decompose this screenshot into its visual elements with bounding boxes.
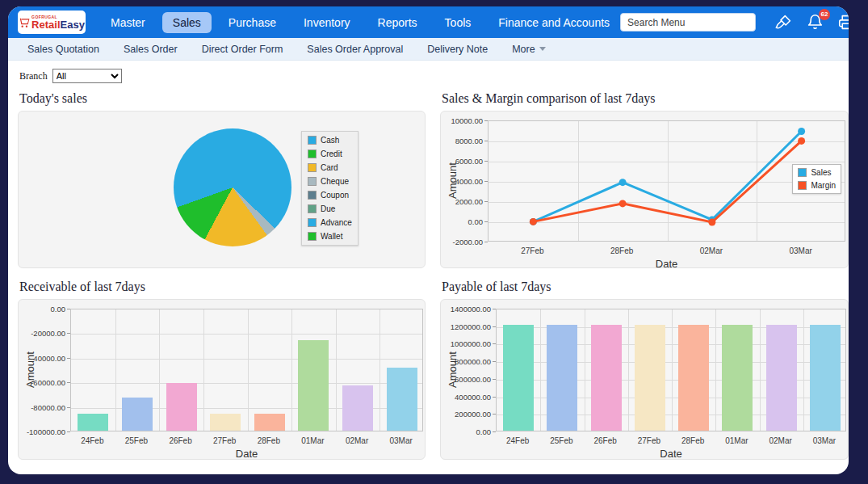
legend-swatch xyxy=(308,232,317,241)
gridline xyxy=(628,309,629,431)
pie-legend: CashCreditCardChequeCouponDueAdvanceWall… xyxy=(301,131,359,246)
y-axis-title: Amount xyxy=(447,346,459,394)
legend-swatch xyxy=(308,191,317,200)
y-tick-label: 0.00 xyxy=(444,427,491,436)
legend-item: Cash xyxy=(308,136,352,145)
legend-label: Card xyxy=(321,163,338,172)
gridline xyxy=(115,309,116,431)
bar-02Mar xyxy=(342,385,373,431)
theme-paintbrush-icon[interactable] xyxy=(774,13,793,32)
subnav-more-label: More xyxy=(512,44,535,55)
menu-item-finance-accounts[interactable]: Finance and Accounts xyxy=(488,12,620,33)
y-tick-mark xyxy=(493,326,496,327)
y-tick-mark xyxy=(67,407,70,408)
subnav-sales-quotation[interactable]: Sales Quotation xyxy=(27,44,99,55)
subnav-more[interactable]: More xyxy=(512,44,545,55)
notifications-bell-icon[interactable]: 62 xyxy=(805,13,824,32)
legend-swatch xyxy=(308,204,317,213)
plot-area xyxy=(70,309,423,431)
x-tick-label: 02Mar xyxy=(333,436,381,445)
gridline xyxy=(291,309,292,431)
y-tick-mark xyxy=(67,431,70,432)
bar-28Feb xyxy=(254,414,285,431)
menu-item-reports[interactable]: Reports xyxy=(367,12,428,33)
x-tick-label: 02Mar xyxy=(757,436,805,445)
branch-select[interactable]: All xyxy=(52,69,122,83)
menu-item-sales[interactable]: Sales xyxy=(162,12,212,33)
subnav-sales-order[interactable]: Sales Order xyxy=(124,44,178,55)
y-tick-mark xyxy=(493,379,496,380)
y-tick-mark xyxy=(493,343,496,344)
y-tick-mark xyxy=(67,358,70,359)
legend-label: Due xyxy=(321,204,335,213)
x-axis-title: Date xyxy=(643,258,691,270)
bar-27Feb xyxy=(210,414,241,431)
x-tick-label: 27Feb xyxy=(625,436,673,445)
legend-label: Credit xyxy=(321,149,342,158)
y-tick-mark xyxy=(67,333,70,334)
search-input[interactable] xyxy=(620,13,756,32)
logo-easy-text: Easy xyxy=(61,19,85,31)
x-tick-label: 26Feb xyxy=(581,436,630,445)
gridline xyxy=(760,309,761,431)
gridline xyxy=(71,334,422,335)
y-tick-label: 0.00 xyxy=(436,217,483,226)
bar-24Feb xyxy=(503,325,534,431)
y-tick-label: 10000.00 xyxy=(436,116,483,125)
legend-item: Cheque xyxy=(308,177,352,186)
legend-swatch xyxy=(798,181,807,190)
menu-item-master[interactable]: Master xyxy=(100,12,156,33)
main-menu: Master Sales Purchase Inventory Reports … xyxy=(100,12,620,33)
y-tick-mark xyxy=(484,161,488,162)
bar-01Mar xyxy=(722,325,753,431)
bar-25Feb xyxy=(547,325,577,431)
y-tick-mark xyxy=(493,361,496,362)
printer-icon[interactable] xyxy=(837,13,849,32)
y-tick-mark xyxy=(484,201,488,202)
y-tick-label: 2000.00 xyxy=(436,197,483,206)
x-tick-label: 24Feb xyxy=(68,436,116,445)
x-tick-label: 02Mar xyxy=(687,246,736,255)
legend-swatch xyxy=(308,177,317,186)
gridline xyxy=(336,309,337,431)
legend-swatch xyxy=(798,168,807,177)
pie-chart-title: Today's sales xyxy=(19,91,426,106)
y-tick-label: -80000.00 xyxy=(19,403,65,412)
bar-02Mar xyxy=(766,325,797,431)
y-tick-label: 8000.00 xyxy=(436,137,483,145)
y-tick-label: 4000.00 xyxy=(436,177,483,186)
retaileasy-logo[interactable]: GOFRUGAL RetailEasy xyxy=(18,11,86,34)
chevron-down-icon xyxy=(539,47,546,51)
gridline xyxy=(203,309,204,431)
y-tick-label: 1200000.00 xyxy=(444,322,491,331)
x-tick-label: 03Mar xyxy=(800,436,849,445)
bar-26Feb xyxy=(166,383,197,431)
payable-chart-title: Payable of last 7days xyxy=(442,280,849,294)
menu-item-inventory[interactable]: Inventory xyxy=(293,12,361,33)
x-tick-label: 03Mar xyxy=(377,436,426,445)
bar-03Mar xyxy=(810,325,841,431)
subnav-direct-order-form[interactable]: Direct Order Form xyxy=(202,44,283,55)
y-tick-mark xyxy=(67,309,70,309)
y-tick-mark xyxy=(493,431,496,432)
gridline xyxy=(379,309,380,431)
gridline xyxy=(71,359,422,360)
subnav-delivery-note[interactable]: Delivery Note xyxy=(427,44,488,55)
x-tick-label: 27Feb xyxy=(200,436,249,445)
legend-swatch xyxy=(308,163,317,172)
gridline xyxy=(159,309,160,431)
y-tick-mark xyxy=(484,221,488,222)
x-tick-label: 28Feb xyxy=(598,246,646,255)
menu-item-purchase[interactable]: Purchase xyxy=(218,12,287,33)
dashboard-content: Branch All Today's sales CashCreditCardC… xyxy=(8,61,849,460)
legend-label: Cheque xyxy=(321,177,349,186)
y-tick-mark xyxy=(484,181,488,182)
y-tick-label: -100000.00 xyxy=(19,427,65,436)
subnav-sales-order-approval[interactable]: Sales Order Approval xyxy=(307,44,403,55)
payable-bar-panel: 1400000.001200000.001000000.00800000.006… xyxy=(440,299,849,460)
y-tick-mark xyxy=(484,141,488,141)
x-tick-label: 27Feb xyxy=(508,246,556,255)
notification-badge: 62 xyxy=(819,9,830,20)
legend-swatch xyxy=(308,149,317,158)
menu-item-tools[interactable]: Tools xyxy=(434,12,482,33)
